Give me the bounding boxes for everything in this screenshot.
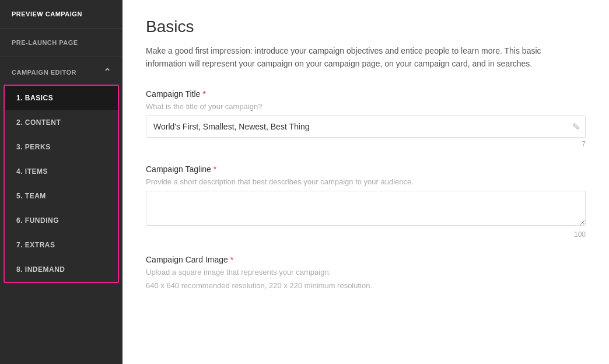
sidebar: PREVIEW CAMPAIGN PRE-LAUNCH PAGE CAMPAIG…: [0, 0, 123, 364]
pre-launch-page-link[interactable]: PRE-LAUNCH PAGE: [0, 29, 123, 57]
campaign-card-image-label: Campaign Card Image *: [146, 255, 586, 264]
campaign-tagline-char-count: 100: [146, 230, 586, 239]
campaign-title-input-wrapper: ✎: [146, 116, 586, 138]
campaign-tagline-hint: Provide a short description that best de…: [146, 177, 586, 186]
campaign-card-image-hint-1: Upload a square image that represents yo…: [146, 268, 586, 276]
sidebar-item-content[interactable]: 2. CONTENT: [5, 110, 118, 135]
campaign-editor-label: CAMPAIGN EDITOR: [12, 69, 76, 76]
sidebar-item-indemand[interactable]: 8. INDEMAND: [5, 257, 118, 282]
campaign-title-char-count: 7: [146, 140, 586, 148]
main-content: Basics Make a good first impression: int…: [123, 0, 609, 364]
sidebar-item-extras[interactable]: 7. EXTRAS: [5, 233, 118, 257]
sidebar-item-basics[interactable]: 1. BASICS: [5, 86, 118, 110]
campaign-editor-nav: 1. BASICS 2. CONTENT 3. PERKS 4. ITEMS 5…: [4, 85, 119, 283]
sidebar-item-funding[interactable]: 6. FUNDING: [5, 208, 118, 233]
campaign-editor-header: CAMPAIGN EDITOR ⌃: [0, 57, 123, 82]
chevron-up-icon: ⌃: [103, 66, 111, 78]
required-star-tagline: *: [214, 164, 216, 174]
required-star-title: *: [202, 89, 205, 99]
campaign-tagline-label: Campaign Tagline *: [146, 164, 586, 174]
campaign-title-group: Campaign Title * What is the title of yo…: [146, 89, 586, 148]
campaign-card-image-hint-2: 640 x 640 recommended resolution, 220 x …: [146, 281, 586, 290]
required-star-image: *: [230, 255, 233, 264]
campaign-tagline-group: Campaign Tagline * Provide a short descr…: [146, 164, 586, 239]
preview-campaign-link[interactable]: PREVIEW CAMPAIGN: [0, 0, 123, 29]
campaign-title-hint: What is the title of your campaign?: [146, 102, 586, 111]
sidebar-item-team[interactable]: 5. TEAM: [5, 184, 118, 208]
campaign-card-image-group: Campaign Card Image * Upload a square im…: [146, 255, 586, 290]
sidebar-item-items[interactable]: 4. ITEMS: [5, 159, 118, 184]
campaign-title-input[interactable]: [146, 116, 586, 138]
sidebar-item-perks[interactable]: 3. PERKS: [5, 135, 118, 159]
page-description: Make a good first impression: introduce …: [146, 44, 583, 71]
campaign-tagline-textarea[interactable]: [146, 191, 586, 226]
page-title: Basics: [146, 18, 586, 36]
edit-icon: ✎: [572, 121, 580, 132]
campaign-title-label: Campaign Title *: [146, 89, 586, 99]
